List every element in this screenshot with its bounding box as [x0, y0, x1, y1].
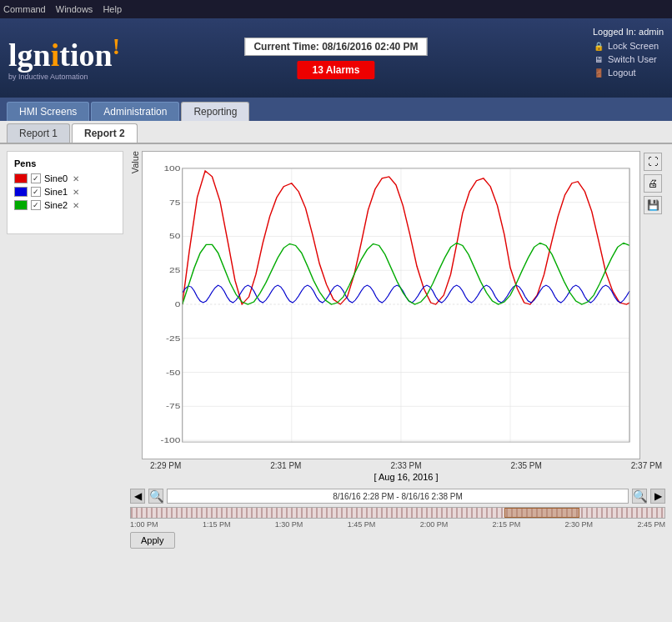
y-axis-label: Value: [130, 151, 140, 173]
svg-text:-50: -50: [166, 367, 180, 376]
logo-subtitle: by Inductive Automation: [8, 73, 88, 81]
timeline-left-arrow[interactable]: ◀: [130, 489, 145, 504]
legend-title: Pens: [14, 158, 116, 168]
tl-label-0: 1:00 PM: [130, 520, 158, 529]
legend-remove-sine0[interactable]: ✕: [73, 174, 79, 183]
timeline-bar[interactable]: [130, 507, 665, 519]
tl-label-5: 2:15 PM: [493, 520, 521, 529]
tab-report-2[interactable]: Report 2: [72, 123, 138, 143]
svg-text:0: 0: [175, 299, 181, 308]
legend-remove-sine2[interactable]: ✕: [73, 201, 79, 210]
legend-color-sine0: [14, 173, 28, 183]
tab-administration[interactable]: Administration: [91, 102, 179, 121]
report-tabs: Report 1 Report 2: [0, 121, 672, 144]
current-time: Current Time: 08/16/2016 02:40 PM: [244, 38, 427, 56]
switch-user-label: Switch User: [608, 54, 657, 64]
logo-accent: i: [51, 38, 60, 73]
switch-user-icon: 🖥: [593, 53, 604, 65]
logout-action[interactable]: 🚪 Logout: [593, 67, 664, 78]
alarms-button[interactable]: 13 Alarms: [298, 61, 375, 79]
main-tabs: HMI Screens Administration Reporting: [0, 98, 672, 121]
timeline-labels: 1:00 PM 1:15 PM 1:30 PM 1:45 PM 2:00 PM …: [130, 520, 665, 529]
save-button[interactable]: 💾: [644, 196, 662, 214]
legend-label-sine1: Sine1: [44, 187, 68, 197]
chart-icons: ⛶ 🖨 💾: [640, 151, 665, 216]
timeline-nav: ◀ 🔍 8/16/16 2:28 PM - 8/16/16 2:38 PM 🔍 …: [130, 489, 665, 504]
legend-color-sine2: [14, 200, 28, 210]
svg-text:50: 50: [169, 231, 180, 240]
zoom-out-btn[interactable]: 🔍: [632, 489, 647, 504]
x-label-2: 2:33 PM: [390, 461, 421, 470]
header: lgnition! by Inductive Automation Curren…: [0, 18, 672, 98]
user-area: Logged In: admin 🔒 Lock Screen 🖥 Switch …: [593, 27, 664, 78]
header-center: Current Time: 08/16/2016 02:40 PM 13 Ala…: [244, 38, 427, 79]
legend-item-sine2: ✓ Sine2 ✕: [14, 200, 116, 210]
legend-box: Pens ✓ Sine0 ✕ ✓ Sine1 ✕ ✓ Sine2 ✕: [7, 151, 123, 234]
timeline-right-arrow[interactable]: ▶: [650, 489, 665, 504]
x-label-0: 2:29 PM: [150, 461, 181, 470]
lock-screen-action[interactable]: 🔒 Lock Screen: [593, 40, 664, 52]
svg-text:100: 100: [163, 163, 180, 173]
chart-svg: 100 75 50 25 0 -25 -50 -75 -100: [143, 152, 639, 459]
tab-reporting[interactable]: Reporting: [181, 102, 249, 121]
user-actions: 🔒 Lock Screen 🖥 Switch User 🚪 Logout: [593, 40, 664, 78]
zoom-in-btn[interactable]: 🔍: [148, 489, 163, 504]
logout-label: Logout: [608, 68, 636, 78]
lock-icon: 🔒: [593, 40, 604, 52]
expand-button[interactable]: ⛶: [644, 153, 662, 171]
legend-check-sine2[interactable]: ✓: [31, 200, 41, 210]
legend-label-sine0: Sine0: [44, 173, 68, 183]
switch-user-action[interactable]: 🖥 Switch User: [593, 53, 664, 65]
chart-area: 100 75 50 25 0 -25 -50 -75 -100: [142, 151, 640, 459]
tl-label-2: 1:30 PM: [275, 520, 303, 529]
lock-screen-label: Lock Screen: [608, 41, 659, 51]
logo-area: lgnition! by Inductive Automation: [8, 35, 120, 81]
timeline-selection[interactable]: [504, 508, 579, 518]
legend-item-sine1: ✓ Sine1 ✕: [14, 187, 116, 197]
x-label-4: 2:37 PM: [631, 461, 662, 470]
x-axis-date: [ Aug 16, 2016 ]: [147, 472, 665, 482]
x-label-1: 2:31 PM: [270, 461, 301, 470]
chart-right: Value: [130, 151, 665, 549]
menubar: Command Windows Help: [0, 0, 672, 18]
apply-button-container: Apply: [130, 532, 175, 549]
logo: lgnition!: [8, 35, 120, 71]
x-label-3: 2:35 PM: [511, 461, 542, 470]
svg-rect-0: [143, 152, 639, 459]
svg-text:-100: -100: [160, 435, 180, 444]
legend-color-sine1: [14, 187, 28, 197]
legend-remove-sine1[interactable]: ✕: [73, 188, 79, 197]
menu-command[interactable]: Command: [3, 4, 46, 14]
timeline-range: 8/16/16 2:28 PM - 8/16/16 2:38 PM: [167, 489, 629, 504]
tl-label-6: 2:30 PM: [565, 520, 594, 529]
tl-label-1: 1:15 PM: [203, 520, 231, 529]
print-button[interactable]: 🖨: [644, 174, 662, 193]
chart-container: Pens ✓ Sine0 ✕ ✓ Sine1 ✕ ✓ Sine2 ✕: [7, 151, 665, 549]
x-axis-labels: 2:29 PM 2:31 PM 2:33 PM 2:35 PM 2:37 PM: [147, 459, 665, 470]
menu-windows[interactable]: Windows: [56, 4, 93, 14]
logout-icon: 🚪: [593, 67, 604, 78]
tab-hmi-screens[interactable]: HMI Screens: [7, 102, 89, 121]
legend-label-sine2: Sine2: [44, 200, 68, 210]
tl-label-4: 2:00 PM: [420, 520, 449, 529]
menu-help[interactable]: Help: [103, 4, 122, 14]
tl-label-3: 1:45 PM: [348, 520, 376, 529]
apply-button[interactable]: Apply: [130, 532, 175, 549]
full-timeline: 1:00 PM 1:15 PM 1:30 PM 1:45 PM 2:00 PM …: [130, 507, 665, 549]
logged-in-label: Logged In: admin: [593, 27, 664, 37]
svg-text:75: 75: [169, 198, 180, 207]
content: Pens ✓ Sine0 ✕ ✓ Sine1 ✕ ✓ Sine2 ✕: [0, 144, 672, 622]
chart-wrapper: Value: [130, 151, 665, 459]
legend-item-sine0: ✓ Sine0 ✕: [14, 173, 116, 183]
tab-report-1[interactable]: Report 1: [7, 123, 70, 143]
svg-text:25: 25: [169, 265, 180, 274]
svg-text:-75: -75: [166, 401, 180, 410]
legend-check-sine0[interactable]: ✓: [31, 173, 41, 183]
tl-label-7: 2:45 PM: [637, 520, 665, 529]
svg-text:-25: -25: [166, 334, 180, 343]
legend-check-sine1[interactable]: ✓: [31, 187, 41, 197]
